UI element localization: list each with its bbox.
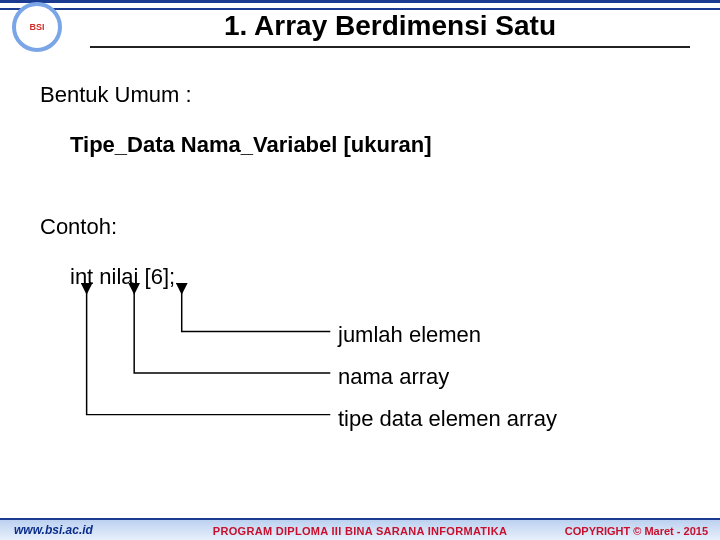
slide-title: 1. Array Berdimensi Satu — [90, 10, 690, 42]
slide-body: Bentuk Umum : Tipe_Data Nama_Variabel [u… — [40, 64, 680, 480]
footer: www.bsi.ac.id PROGRAM DIPLOMA III BINA S… — [0, 500, 720, 540]
title-underline — [90, 46, 690, 48]
logo-bsi: BSI — [12, 2, 62, 52]
label-bentuk-umum: Bentuk Umum : — [40, 82, 192, 108]
label-contoh: Contoh: — [40, 214, 117, 240]
example-code: int nilai [6]; — [70, 264, 175, 290]
syntax-line: Tipe_Data Nama_Variabel [ukuran] — [70, 132, 432, 158]
annotation-tipe-data: tipe data elemen array — [338, 406, 557, 432]
footer-copyright: COPYRIGHT © Maret - 2015 — [565, 525, 708, 537]
slide: BSI 1. Array Berdimensi Satu Bentuk Umum… — [0, 0, 720, 540]
annotation-jumlah-elemen: jumlah elemen — [338, 322, 481, 348]
annotation-nama-array: nama array — [338, 364, 449, 390]
